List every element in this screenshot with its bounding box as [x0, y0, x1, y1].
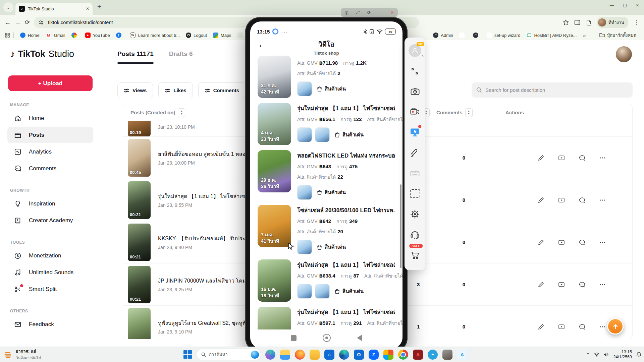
screen-select-button[interactable]: [405, 183, 425, 204]
product-thumbnail[interactable]: [315, 284, 330, 299]
comment-bubble-icon[interactable]: [579, 155, 585, 161]
product-thumbnail[interactable]: [297, 240, 312, 254]
video-list-item[interactable]: 16 ม.ค. 18 วินาที รุ่นใหม่ล่าสุด 【1 แถม …: [258, 259, 395, 302]
windows-start-icon[interactable]: [183, 350, 192, 359]
taskbar-app-icon[interactable]: [295, 350, 305, 360]
back-arrow-icon[interactable]: ←: [258, 40, 267, 50]
more-icon[interactable]: [599, 281, 606, 288]
featured-product-tag[interactable]: สินค้าเด่น: [317, 85, 346, 93]
shop-cart-button[interactable]: SALE: [405, 245, 425, 265]
video-list-item[interactable]: 31 ก.ค. 42 วินาที Attr. GMV฿711.98 การดู…: [258, 56, 395, 98]
tray-volume-icon[interactable]: [604, 352, 609, 357]
close-icon[interactable]: ✕: [390, 10, 394, 15]
post-thumbnail[interactable]: 00:21: [128, 181, 151, 219]
post-thumbnail[interactable]: 00:21: [128, 224, 151, 261]
remote-control-button[interactable]: [405, 122, 425, 142]
bookmark-item[interactable]: set-up wizard: [484, 33, 523, 38]
sidebar-item-home[interactable]: Home: [7, 110, 93, 126]
bookmark-item[interactable]: Admin: [430, 33, 456, 38]
video-thumbnail[interactable]: 7 ม.ค. 41 วินาที: [258, 205, 291, 247]
account-avatar[interactable]: [616, 46, 632, 62]
tab-posts[interactable]: Posts 11171: [117, 50, 154, 64]
edit-icon[interactable]: [538, 323, 544, 330]
video-title[interactable]: โซล่าเซลล์ 20/30/50/100 LED ไฟกระพ...: [297, 205, 395, 215]
bookmark-item[interactable]: [113, 33, 127, 38]
reload-icon[interactable]: ⟳: [25, 19, 30, 26]
video-title[interactable]: รุ่นใหม่ล่าสุด 【1 แถม 1】 ไฟโซล่าเซลล์ โซ…: [297, 260, 395, 269]
sort-created-icon[interactable]: ▲▼: [178, 108, 185, 117]
taskbar-app-icon[interactable]: [369, 350, 379, 360]
video-list-item[interactable]: 29 ธ.ค. 36 วินาที หลอดไฟSTICK LED ไฟแท่ง…: [258, 150, 395, 200]
bookmark-item[interactable]: [456, 33, 470, 38]
minimize-icon[interactable]: —: [378, 10, 383, 15]
more-icon[interactable]: [599, 155, 606, 161]
product-thumbnail[interactable]: [297, 81, 312, 96]
support-button[interactable]: [405, 224, 425, 245]
filter-chip[interactable]: Likes: [158, 82, 193, 98]
filter-chip[interactable]: Views: [117, 82, 153, 98]
sidebar-item-smart-split[interactable]: Smart Split: [7, 281, 93, 297]
forward-icon[interactable]: →: [15, 19, 21, 26]
post-thumbnail[interactable]: 00:45: [128, 139, 151, 177]
product-thumbnail[interactable]: [297, 127, 312, 142]
bookmark-item[interactable]: [470, 33, 484, 38]
sort-comments-icon[interactable]: ▲▼: [465, 108, 473, 117]
comment-bubble-icon[interactable]: [579, 197, 585, 203]
tab-drafts[interactable]: Drafts 6: [169, 50, 193, 64]
sidebar-item-analytics[interactable]: Analytics: [7, 143, 93, 160]
edit-icon[interactable]: [538, 155, 544, 161]
taskbar-app-icon[interactable]: [280, 350, 290, 360]
video-list-item[interactable]: 7 ม.ค. 41 วินาที โซล่าเซลล์ 20/30/50/100…: [258, 205, 395, 254]
screen-record-button[interactable]: [405, 102, 425, 122]
taskbar-app-icon[interactable]: [383, 350, 393, 360]
post-thumbnail[interactable]: 00:21: [128, 266, 151, 303]
featured-product-tag[interactable]: สินค้าเด่น: [334, 131, 364, 139]
apps-grid-icon[interactable]: [5, 33, 10, 38]
video-thumbnail[interactable]: 10 ม.ค. 30 วินาที: [258, 307, 291, 329]
more-icon[interactable]: [599, 323, 606, 330]
bookmark-item[interactable]: YouTube: [82, 33, 113, 38]
window-close-icon[interactable]: ✕: [636, 3, 639, 8]
video-thumbnail[interactable]: 29 ธ.ค. 36 วินาที: [258, 150, 291, 192]
sidebar-item-comments[interactable]: Comments: [7, 160, 93, 177]
more-icon[interactable]: [599, 197, 606, 203]
draw-button[interactable]: [405, 142, 425, 163]
taskbar-app-icon[interactable]: [339, 350, 349, 360]
site-settings-icon[interactable]: [39, 20, 44, 25]
browser-menu-icon[interactable]: ⋮: [634, 19, 639, 26]
taskbar-app-icon[interactable]: [265, 350, 275, 360]
sidebar-item-unlimited-sounds[interactable]: Unlimited Sounds: [7, 264, 93, 281]
tab-search-button[interactable]: ⌄: [3, 2, 13, 12]
tray-expand-icon[interactable]: ⌃: [586, 352, 590, 357]
promote-icon[interactable]: [558, 197, 565, 203]
pin-icon[interactable]: ◎: [344, 10, 348, 15]
taskbar-app-icon[interactable]: [324, 350, 334, 360]
taskbar-search-input[interactable]: การค้นหา: [197, 349, 261, 360]
rotate-icon[interactable]: ⟳: [367, 10, 371, 15]
sidebar-item-inspiration[interactable]: Inspiration: [7, 195, 93, 212]
bookmark-item[interactable]: HostBrr | AMD Ryze...: [523, 33, 580, 38]
home-button-icon[interactable]: [323, 334, 331, 342]
comment-bubble-icon[interactable]: [579, 323, 585, 330]
phone-scrollbar[interactable]: [400, 184, 401, 268]
video-list-item[interactable]: 4 ม.ค. 23 วินาที รุ่นใหม่ล่าสุด 【1 แถม 1…: [258, 103, 395, 145]
comment-bubble-icon[interactable]: [579, 239, 585, 246]
post-search-input[interactable]: Search for post description: [472, 82, 633, 98]
post-thumbnail[interactable]: 00:19: [128, 121, 151, 137]
bookmark-item[interactable]: Learn more about tr...: [127, 32, 183, 38]
all-bookmarks-folder[interactable]: บุ๊กมาร์กทั้งหมด: [596, 32, 639, 39]
taskbar-app-icon[interactable]: [354, 350, 364, 360]
notification-bell-icon[interactable]: [636, 352, 641, 357]
sidebar-item-posts[interactable]: Posts: [7, 127, 93, 143]
bookmark-item[interactable]: Maps: [210, 33, 234, 38]
video-thumbnail[interactable]: 16 ม.ค. 18 วินาที: [258, 259, 291, 302]
new-tab-button[interactable]: +: [97, 3, 101, 11]
tray-clock[interactable]: 13:15 24/1/2569: [613, 350, 632, 360]
browser-profile-chip[interactable]: ที่ทำงาน: [597, 17, 628, 28]
product-thumbnail[interactable]: [315, 127, 330, 142]
upload-button[interactable]: + Upload: [8, 75, 93, 91]
bookmark-item[interactable]: Home: [17, 33, 43, 38]
featured-product-tag[interactable]: สินค้าเด่น: [334, 287, 364, 295]
weather-widget[interactable]: อากาศ: แย่ วันอังคารถัดไป: [0, 348, 41, 361]
bookmark-item[interactable]: Logout: [183, 33, 210, 38]
